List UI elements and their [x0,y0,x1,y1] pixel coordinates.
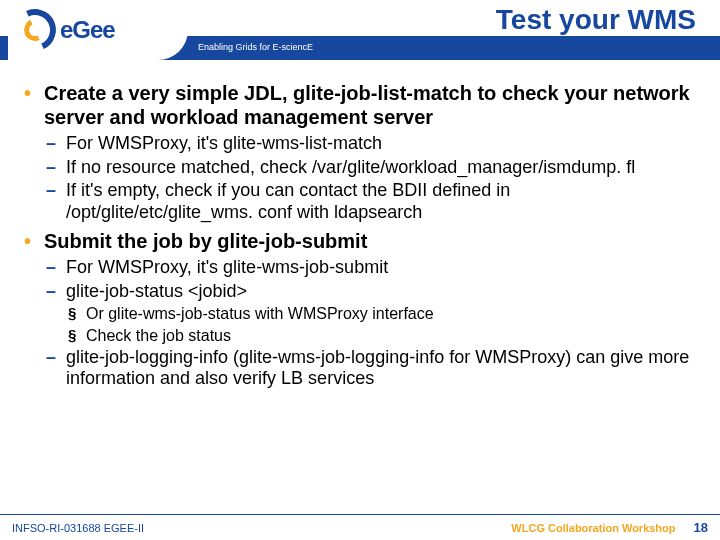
slide-title: Test your WMS [496,4,696,36]
header: eGee Enabling Grids for E-sciencE Test y… [0,0,720,66]
logo-swirl-icon [8,3,62,57]
bullet-lvl2: If it's empty, check if you can contact … [44,180,700,223]
bullet-text: Submit the job by glite-job-submit [44,230,700,254]
bullet-lvl2: glite-job-status <jobid> Or glite-wms-jo… [44,281,700,345]
bullet-lvl2: For WMSProxy, it's glite-wms-list-match [44,133,700,155]
bullet-text: Create a very simple JDL, glite-job-list… [44,82,700,129]
bullet-lvl3: Or glite-wms-job-status with WMSProxy in… [66,304,700,323]
footer-center: WLCG Collaboration Workshop [511,522,675,534]
slide: eGee Enabling Grids for E-sciencE Test y… [0,0,720,540]
bullet-lvl2: For WMSProxy, it's glite-wms-job-submit [44,257,700,279]
bullet-text: glite-job-logging-info (glite-wms-job-lo… [66,347,700,390]
bullet-text: Or glite-wms-job-status with WMSProxy in… [86,304,700,323]
bullet-text: If no resource matched, check /var/glite… [66,157,700,179]
bullet-text: If it's empty, check if you can contact … [66,180,700,223]
tagline: Enabling Grids for E-sciencE [198,42,313,52]
bullet-text: Check the job status [86,326,700,345]
bullet-lvl2: glite-job-logging-info (glite-wms-job-lo… [44,347,700,390]
bullet-lvl3: Check the job status [66,326,700,345]
content: Create a very simple JDL, glite-job-list… [20,76,700,500]
page-number: 18 [694,520,708,535]
bullet-text: glite-job-status <jobid> [66,281,700,303]
bullet-lvl2: If no resource matched, check /var/glite… [44,157,700,179]
bullet-lvl1: Create a very simple JDL, glite-job-list… [20,82,700,224]
footer-left: INFSO-RI-031688 EGEE-II [12,522,144,534]
egee-logo: eGee [14,9,115,51]
logo-text: eGee [60,16,115,44]
bullet-text: For WMSProxy, it's glite-wms-job-submit [66,257,700,279]
footer: INFSO-RI-031688 EGEE-II WLCG Collaborati… [0,514,720,540]
bullet-text: For WMSProxy, it's glite-wms-list-match [66,133,700,155]
bullet-lvl1: Submit the job by glite-job-submit For W… [20,230,700,390]
logo-wrap: eGee [8,0,188,60]
